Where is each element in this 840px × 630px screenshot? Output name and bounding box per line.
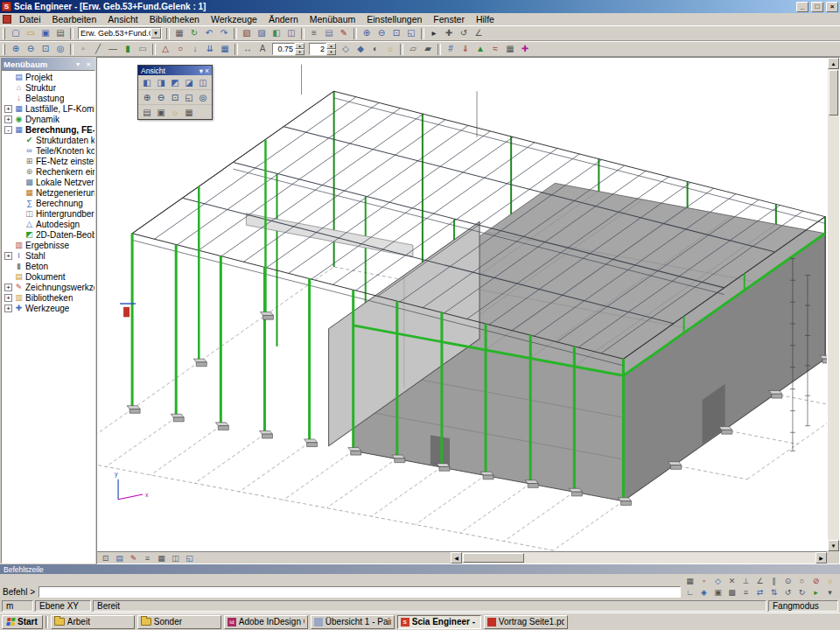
snap-grid-icon[interactable]: ▦ [683, 576, 696, 586]
hinge-icon[interactable]: ○ [173, 43, 187, 56]
hatch-icon[interactable]: ▩ [725, 587, 738, 598]
tree-item[interactable]: ▩ Lokale Netzverdichtur [2, 177, 94, 187]
zoom-in-icon[interactable]: ⊕ [360, 27, 374, 40]
column-icon[interactable]: ▮ [121, 43, 135, 56]
menu-item[interactable]: Ändern [263, 14, 304, 24]
toolbar-separator[interactable] [438, 44, 441, 55]
tree-expander[interactable] [4, 84, 12, 92]
snap-parallel-icon[interactable]: ∥ [767, 576, 780, 586]
toolbar-separator[interactable] [70, 28, 74, 39]
section-view-icon[interactable]: ▰ [421, 43, 435, 56]
shaded-view-icon[interactable]: ▨ [255, 27, 269, 40]
scroll-left-icon[interactable]: ◀ [451, 552, 462, 564]
snap-angle-icon[interactable]: ∠ [753, 576, 766, 586]
zoom-all-icon[interactable]: ◱ [404, 27, 418, 40]
line-load-icon[interactable]: ⇊ [203, 43, 217, 56]
taskbar-item-indesign[interactable]: Id Adobe InDesign C... [224, 615, 308, 629]
tree-expander[interactable]: + [4, 304, 12, 312]
copy-picture-icon[interactable]: ▣ [154, 106, 168, 118]
show-axes-icon[interactable]: ✚ [518, 43, 532, 56]
scale-factor-input[interactable] [272, 43, 295, 55]
tree-item[interactable]: ⊞ FE-Netz einstellen [2, 156, 94, 166]
command-input[interactable] [38, 586, 681, 598]
taskbar-item-scia[interactable]: S Scia Engineer - [... [397, 615, 481, 629]
zoom-out-icon[interactable]: ⊖ [24, 43, 38, 56]
tree-item[interactable]: ▮ Beton [2, 261, 94, 271]
picture-icon[interactable]: ▤ [113, 552, 126, 564]
zoom-out-icon[interactable]: ⊖ [374, 27, 388, 40]
menu-item[interactable]: Fenster [428, 14, 470, 24]
menu-item[interactable]: Menübaum [304, 14, 361, 24]
view-settings-icon[interactable]: ☼ [168, 106, 182, 118]
start-button[interactable]: Start [2, 615, 43, 629]
print-view-icon[interactable]: ▤ [140, 106, 154, 118]
render-wire-icon[interactable]: ◇ [339, 43, 353, 56]
tree-item[interactable]: + ✎ Zeichnungswerkzeuge [2, 282, 94, 292]
fit-view-icon[interactable]: ◱ [183, 552, 196, 564]
tree-expander[interactable] [4, 273, 12, 281]
open-project-icon[interactable]: ▭ [24, 27, 38, 40]
panel-close-icon[interactable]: × [84, 60, 93, 68]
menu-item[interactable]: Datei [14, 14, 46, 24]
solid-view-icon[interactable]: ◧ [270, 27, 284, 40]
spinner-up-icon[interactable]: ▲ [295, 43, 304, 49]
clip-box-icon[interactable]: ▱ [406, 43, 420, 56]
tree-expander[interactable]: + [4, 252, 12, 260]
wireframe-view-icon[interactable]: ▧ [240, 27, 254, 40]
perspective-icon[interactable]: ◫ [284, 27, 298, 40]
spinner-down-icon[interactable]: ▼ [295, 49, 304, 55]
model-canvas[interactable]: x y Ansicht ▾ × ◧◨◩◪◫ ⊕⊖⊡◱◎ ▤▣☼▦ [97, 58, 827, 551]
axonometry-icon[interactable]: ◪ [182, 76, 196, 88]
multiplier-spinner[interactable]: ▲ ▼ [309, 43, 336, 55]
render-solid-icon[interactable]: ◆ [354, 43, 368, 56]
multiplier-input[interactable] [309, 43, 326, 55]
tree-expander[interactable] [15, 231, 23, 239]
refresh-icon[interactable]: ↻ [187, 27, 201, 40]
taskbar-item-pdf[interactable]: Vortrag Seite1.pdf ... [484, 615, 568, 629]
tree-item[interactable]: + I Stahl [2, 250, 94, 261]
panel-dropdown-icon[interactable]: ▾ [74, 60, 82, 68]
toolbar-grip[interactable] [3, 28, 5, 39]
tree-expander[interactable] [4, 74, 12, 81]
snap-perpendicular-icon[interactable]: ⊥ [739, 576, 752, 586]
zoom-all-icon[interactable]: ◱ [182, 91, 196, 103]
menu-item[interactable]: Einstellungen [361, 14, 427, 24]
tree-expander[interactable]: + [4, 105, 12, 113]
document-window-icon[interactable] [3, 15, 11, 24]
tree-expander[interactable] [15, 136, 23, 144]
edit-icon[interactable]: ✎ [337, 27, 351, 40]
expand-icon[interactable]: ▾ [823, 587, 836, 598]
horizontal-scrollbar[interactable]: ◀ ▶ [451, 552, 827, 564]
tree-item[interactable]: ∑ Berechnung [2, 198, 94, 208]
vertical-scroll-track[interactable] [828, 116, 839, 540]
scroll-down-icon[interactable]: ▼ [828, 540, 839, 551]
edit-drawing-icon[interactable]: ✎ [127, 552, 140, 564]
combo-dropdown-icon[interactable]: ▼ [150, 28, 161, 38]
light-icon[interactable]: ☼ [383, 43, 397, 56]
swap-icon[interactable]: ⇄ [753, 587, 766, 598]
dimension-icon[interactable]: ↔ [241, 43, 255, 56]
menu-item[interactable]: Hilfe [471, 14, 500, 24]
tree-item[interactable]: △ Autodesign [2, 219, 94, 229]
toolbar-separator[interactable] [354, 28, 357, 39]
properties-icon[interactable]: ▤ [322, 27, 336, 40]
toolbar-separator[interactable] [152, 44, 156, 55]
show-loads-icon[interactable]: ⇓ [458, 43, 472, 56]
zoom-in-icon[interactable]: ⊕ [9, 43, 23, 56]
print-icon[interactable]: ▤ [53, 27, 67, 40]
scale-factor-spinner[interactable]: ▲ ▼ [272, 43, 304, 55]
model-3d-view[interactable]: x y [97, 58, 827, 551]
tree-item[interactable]: ◫ Hintergrundberechnung [2, 208, 94, 219]
zoom-window-icon[interactable]: ⊡ [389, 27, 403, 40]
tree-expander[interactable] [4, 94, 12, 102]
rotate-left-icon[interactable]: ↺ [781, 587, 794, 598]
show-results-icon[interactable]: ≈ [488, 43, 502, 56]
menu-item[interactable]: Bearbeiten [47, 14, 102, 24]
member-icon[interactable]: ╱ [91, 43, 105, 56]
tree-expander[interactable] [15, 220, 23, 228]
menu-item[interactable]: Ansicht [102, 14, 143, 24]
save-icon[interactable]: ▣ [38, 27, 52, 40]
ansicht-palette-title[interactable]: Ansicht ▾ × [138, 66, 212, 75]
view-top-icon[interactable]: ◩ [168, 76, 182, 88]
show-supports-icon[interactable]: ▲ [473, 43, 487, 56]
